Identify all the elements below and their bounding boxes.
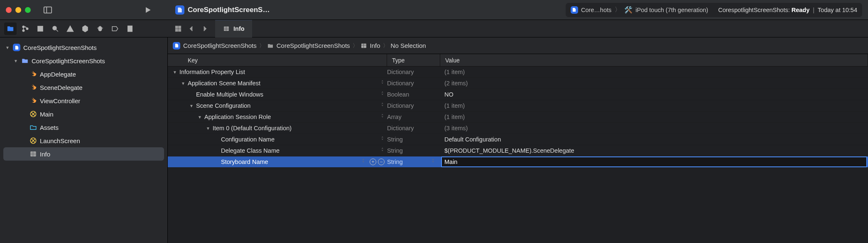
related-items-button[interactable] xyxy=(172,22,184,35)
plist-row[interactable]: Application Scene ManifestDictionary(2 i… xyxy=(168,78,868,89)
test-navigator-tab[interactable] xyxy=(79,22,91,35)
device-icon: 🛠️ xyxy=(624,6,633,14)
minimize-window-button[interactable] xyxy=(15,7,21,13)
nav-forward-button[interactable] xyxy=(199,22,211,35)
svg-rect-14 xyxy=(175,29,178,31)
plist-row[interactable]: Configuration NameStringDefault Configur… xyxy=(168,134,868,145)
key-stepper-icon[interactable] xyxy=(381,114,384,120)
svg-rect-13 xyxy=(179,26,181,28)
column-header-value[interactable]: Value xyxy=(440,54,868,66)
file-assets[interactable]: Assets xyxy=(0,121,167,134)
plist-row[interactable]: Scene ConfigurationDictionary(1 item) xyxy=(168,100,868,112)
plist-type-label: Dictionary xyxy=(387,125,414,131)
plist-value-label[interactable]: (1 item) xyxy=(440,102,868,109)
add-row-button[interactable]: + xyxy=(370,159,376,165)
disclosure-triangle-icon[interactable] xyxy=(5,45,10,50)
find-navigator-tab[interactable] xyxy=(49,22,61,35)
plist-key-label: Configuration Name xyxy=(221,136,275,143)
project-root[interactable]: CoreSpotlightScreenShots xyxy=(0,41,167,54)
plist-value-label[interactable]: (1 item) xyxy=(440,69,868,75)
scheme-device-target[interactable]: 🛠️ iPod touch (7th generation) xyxy=(624,6,708,14)
disclosure-triangle-icon[interactable] xyxy=(13,59,18,63)
column-header-key[interactable]: Key xyxy=(168,54,387,66)
plist-value-label[interactable]: Default Configuration xyxy=(440,136,868,143)
plist-value-label[interactable]: (1 item) xyxy=(440,114,868,120)
disclosure-triangle-icon[interactable] xyxy=(172,70,178,74)
scheme-app-target[interactable]: Core…hots xyxy=(571,6,611,14)
project-navigator[interactable]: CoreSpotlightScreenShots CoreSpotlightSc… xyxy=(0,37,168,243)
report-navigator-tab[interactable] xyxy=(124,22,136,35)
plist-type-label: String xyxy=(387,159,403,165)
chevron-right-icon: 〉 xyxy=(259,42,265,50)
key-stepper-icon[interactable] xyxy=(381,137,384,142)
disclosure-triangle-icon[interactable] xyxy=(197,115,203,119)
app-icon xyxy=(173,42,180,50)
plist-row[interactable]: Item 0 (Default Configuration)Dictionary… xyxy=(168,123,868,134)
plist-file-icon xyxy=(360,42,367,49)
group-folder[interactable]: CoreSpotlightScreenShots xyxy=(0,54,167,67)
plist-key-label: Application Session Role xyxy=(204,114,271,120)
key-stepper-icon[interactable] xyxy=(381,103,384,109)
svg-point-3 xyxy=(22,30,25,32)
disclosure-triangle-icon[interactable] xyxy=(205,126,211,131)
plist-row[interactable]: Enable Multiple WindowsBooleanNO xyxy=(168,89,868,100)
disclosure-triangle-icon[interactable] xyxy=(189,104,194,108)
remove-row-button[interactable]: − xyxy=(378,159,385,165)
plist-value-label[interactable]: $(PRODUCT_MODULE_NAME).SceneDelegate xyxy=(440,147,868,154)
document-title: CoreSpotlightScreenS… xyxy=(175,5,270,15)
assets-icon xyxy=(29,123,37,131)
plist-row[interactable]: Storyboard Name+−String xyxy=(168,156,868,168)
file-scenedelegate[interactable]: SceneDelegate xyxy=(0,81,167,94)
activity-status: CorespotlightScreenShots: Ready | Today … xyxy=(718,7,857,13)
key-stepper-icon[interactable] xyxy=(381,148,384,154)
plist-row[interactable]: Delegate Class NameString$(PRODUCT_MODUL… xyxy=(168,145,868,156)
debug-navigator-tab[interactable] xyxy=(94,22,106,35)
key-stepper-icon[interactable] xyxy=(381,81,384,86)
file-info-plist[interactable]: Info xyxy=(3,147,164,161)
crumb-group[interactable]: CoreSpotlightScreenShots xyxy=(267,42,350,49)
file-launchscreen[interactable]: LaunchScreen xyxy=(0,134,167,147)
nav-back-button[interactable] xyxy=(185,22,198,35)
source-control-navigator-tab[interactable] xyxy=(19,22,32,35)
tab-info[interactable]: Info xyxy=(215,20,252,37)
column-header-type[interactable]: Type xyxy=(387,54,440,66)
plist-row[interactable]: Information Property ListDictionary(1 it… xyxy=(168,67,868,78)
window-controls[interactable] xyxy=(6,7,31,13)
plist-value-label[interactable]: (3 items) xyxy=(440,125,868,131)
swift-file-icon xyxy=(29,70,37,78)
svg-point-6 xyxy=(53,26,56,30)
chevron-right-icon: 〉 xyxy=(615,6,621,14)
key-stepper-icon[interactable] xyxy=(381,92,384,97)
plist-table[interactable]: Information Property ListDictionary(1 it… xyxy=(168,67,868,243)
disclosure-triangle-icon[interactable] xyxy=(180,81,186,86)
symbol-navigator-tab[interactable] xyxy=(34,22,47,35)
crumb-project[interactable]: CoreSpotlightScreenShots xyxy=(173,42,257,50)
run-button[interactable] xyxy=(142,4,154,16)
key-stepper-icon[interactable] xyxy=(362,159,365,165)
breadcrumb[interactable]: CoreSpotlightScreenShots 〉 CoreSpotlight… xyxy=(168,37,868,54)
file-viewcontroller[interactable]: ViewController xyxy=(0,94,167,107)
file-appdelegate[interactable]: AppDelegate xyxy=(0,67,167,81)
plist-value-input[interactable] xyxy=(441,156,867,167)
tab-label: Info xyxy=(233,25,245,32)
close-window-button[interactable] xyxy=(6,7,12,13)
plist-type-label: Dictionary xyxy=(387,102,414,109)
breakpoint-navigator-tab[interactable] xyxy=(109,22,121,35)
svg-rect-15 xyxy=(179,29,181,31)
svg-rect-32 xyxy=(363,43,364,48)
toggle-sidebar-button[interactable] xyxy=(42,4,54,16)
zoom-window-button[interactable] xyxy=(25,7,31,13)
plist-row[interactable]: Application Session RoleArray(1 item) xyxy=(168,112,868,123)
crumb-selection[interactable]: No Selection xyxy=(391,42,426,49)
issue-navigator-tab[interactable] xyxy=(64,22,76,35)
svg-rect-12 xyxy=(175,26,178,28)
project-navigator-tab[interactable] xyxy=(4,22,17,35)
file-main-storyboard[interactable]: Main xyxy=(0,107,167,121)
plist-value-label[interactable]: NO xyxy=(440,91,868,98)
swift-file-icon xyxy=(29,83,37,92)
crumb-file[interactable]: Info xyxy=(360,42,380,49)
plist-key-label: Item 0 (Default Configuration) xyxy=(213,125,292,131)
type-stepper-icon[interactable] xyxy=(432,159,434,165)
plist-value-label[interactable]: (2 items) xyxy=(440,80,868,87)
plist-key-label: Scene Configuration xyxy=(196,102,250,109)
